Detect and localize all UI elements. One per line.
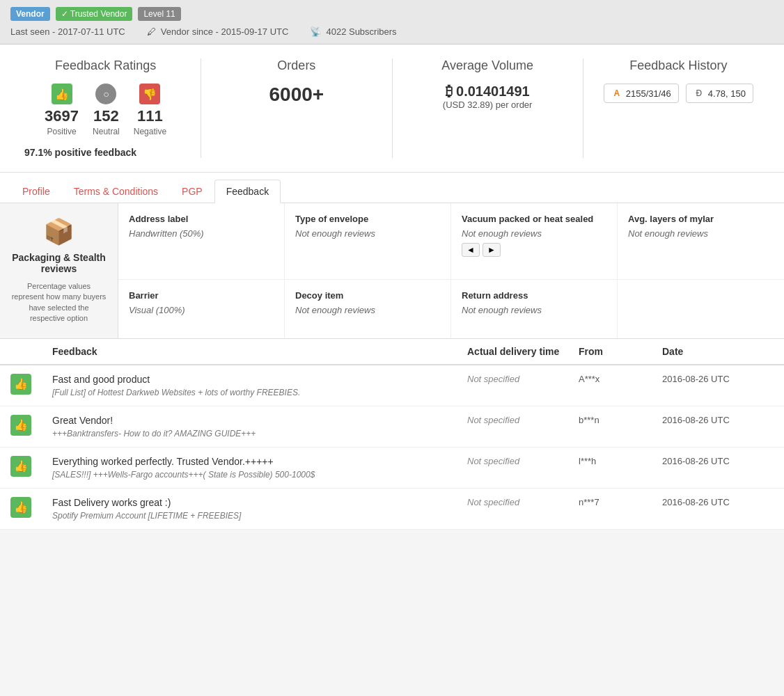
vendor-since: Vendor since - 2015-09-17 UTC — [161, 26, 289, 37]
feedback-text-2: Great Vendor! — [52, 415, 467, 426]
pkg-cell-address-label-val: Handwritten (50%) — [129, 228, 274, 239]
col-header-date: Date — [662, 346, 774, 357]
feedback-ratings-col: Feedback Ratings 👍 3697 Positive ○ 152 N… — [10, 58, 201, 158]
ratings-row: 👍 3697 Positive ○ 152 Neutral 👎 111 Nega… — [21, 84, 190, 136]
feedback-ratings-title: Feedback Ratings — [21, 58, 190, 73]
feedback-row: 👍 Great Vendor! +++Banktransfers- How to… — [0, 406, 784, 448]
avg-volume-col: Average Volume ₿ 0.01401491 (USD 32.89) … — [393, 58, 583, 158]
usd-value: (USD 32.89) per order — [403, 100, 572, 110]
feedback-text-3: Everything worked perfectly. Trusted Ven… — [52, 456, 467, 467]
last-seen: Last seen - 2017-07-11 UTC — [10, 26, 125, 37]
feedback-subtext-1: [Full List] of Hottest Darkweb Websites … — [52, 388, 467, 397]
fh-badge-1-text: 2155/31/46 — [626, 88, 671, 99]
thumbs-up-icon-row1: 👍 — [10, 374, 31, 395]
pkg-cell-vacuum-title: Vacuum packed or heat sealed — [462, 214, 606, 224]
thumbs-down-icon: 👎 — [139, 84, 160, 104]
neutral-rating: ○ 152 Neutral — [93, 84, 120, 136]
col-date-2: 2016-08-26 UTC — [662, 415, 774, 425]
feedback-row: 👍 Fast and good product [Full List] of H… — [0, 365, 784, 406]
tabs-row: Profile Terms & Conditions PGP Feedback — [10, 180, 774, 203]
thumbs-up-icon: 👍 — [52, 84, 72, 104]
pkg-cell-envelope-val: Not enough reviews — [295, 228, 440, 239]
packaging-title: Packaging & Stealth reviews — [10, 252, 107, 274]
vendor-info: Last seen - 2017-07-11 UTC 🖊 Vendor sinc… — [10, 26, 774, 37]
feedback-history-col: Feedback History A 2155/31/46 Đ 4.78, 15… — [583, 58, 774, 158]
col-from-3: l***h — [579, 456, 662, 466]
pkg-cell-vacuum: Vacuum packed or heat sealed Not enough … — [451, 203, 618, 280]
feedback-row: 👍 Everything worked perfectly. Trusted V… — [0, 448, 784, 489]
tab-profile[interactable]: Profile — [10, 180, 62, 203]
col-date-4: 2016-08-26 UTC — [662, 497, 774, 507]
col-delivery-2: Not specified — [467, 415, 579, 425]
thumbs-up-icon-row2: 👍 — [10, 415, 31, 436]
package-icon: 📦 — [10, 217, 107, 246]
pkg-nav-buttons: ◄ ► — [462, 243, 606, 257]
col-delivery-1: Not specified — [467, 374, 579, 384]
col-from-4: n***7 — [579, 497, 662, 507]
fh-badge-2: Đ 4.78, 150 — [686, 84, 753, 103]
col-from-2: b***n — [579, 415, 662, 425]
tab-terms[interactable]: Terms & Conditions — [62, 180, 170, 203]
col-header-feedback: Feedback — [52, 346, 467, 357]
avg-volume-title: Average Volume — [403, 58, 572, 73]
pkg-cell-decoy: Decoy item Not enough reviews — [285, 280, 451, 338]
pkg-nav-prev[interactable]: ◄ — [462, 243, 480, 257]
feedback-text-col-1: Fast and good product [Full List] of Hot… — [52, 374, 467, 397]
positive-percentage: 97.1% positive feedback — [21, 147, 190, 158]
pkg-cell-barrier: Barrier Visual (100%) — [118, 280, 285, 338]
vendor-badge: Vendor — [10, 7, 50, 21]
pkg-cell-decoy-title: Decoy item — [295, 290, 440, 301]
neutral-count: 152 — [93, 107, 120, 125]
col-delivery-4: Not specified — [467, 497, 579, 507]
neutral-icon: ○ — [95, 84, 116, 104]
feedback-history-title: Feedback History — [594, 58, 763, 73]
packaging-section: 📦 Packaging & Stealth reviews Percentage… — [0, 203, 784, 339]
pkg-cell-envelope: Type of envelope Not enough reviews — [285, 203, 451, 280]
neutral-label: Neutral — [93, 127, 120, 136]
feedback-subtext-2: +++Banktransfers- How to do it? AMAZING … — [52, 429, 467, 438]
pkg-cell-return-val: Not enough reviews — [462, 305, 606, 315]
pkg-cell-empty — [618, 280, 784, 338]
feedback-history-badges: A 2155/31/46 Đ 4.78, 150 — [594, 84, 763, 103]
badges-row: Vendor ✓ Trusted Vendor Level 11 — [10, 7, 774, 21]
orders-col: Orders 6000+ — [201, 58, 392, 158]
subscribers: 4022 Subscribers — [326, 26, 396, 37]
feedback-table-header: Feedback Actual delivery time From Date — [0, 339, 784, 365]
col-header-from: From — [579, 346, 662, 357]
feedback-text-4: Fast Delivery works great :) — [52, 497, 467, 508]
tab-pgp[interactable]: PGP — [170, 180, 214, 203]
col-date-3: 2016-08-26 UTC — [662, 456, 774, 466]
pkg-cell-barrier-val: Visual (100%) — [129, 305, 274, 315]
level-badge: Level 11 — [138, 7, 180, 21]
feedback-row: 👍 Fast Delivery works great :) Spotify P… — [0, 489, 784, 530]
btc-value: ₿ 0.01401491 — [403, 84, 572, 100]
feedback-table: Feedback Actual delivery time From Date … — [0, 339, 784, 530]
pkg-cell-mylar-title: Avg. layers of mylar — [628, 214, 774, 224]
orders-value: 6000+ — [212, 84, 381, 106]
col-header-icon — [10, 346, 52, 357]
packaging-sidebar: 📦 Packaging & Stealth reviews Percentage… — [0, 203, 118, 338]
negative-rating: 👎 111 Negative — [134, 84, 166, 136]
positive-rating: 👍 3697 Positive — [45, 84, 79, 136]
pkg-cell-return: Return address Not enough reviews — [451, 280, 618, 338]
tab-feedback[interactable]: Feedback — [214, 180, 281, 203]
stats-section: Feedback Ratings 👍 3697 Positive ○ 152 N… — [0, 45, 784, 173]
fh-badge-1: A 2155/31/46 — [604, 84, 679, 103]
pkg-cell-mylar: Avg. layers of mylar Not enough reviews — [618, 203, 784, 280]
pkg-cell-mylar-val: Not enough reviews — [628, 228, 774, 239]
pkg-cell-barrier-title: Barrier — [129, 290, 274, 301]
fh-badge-1-icon: A — [611, 88, 622, 99]
positive-label: Positive — [47, 127, 77, 136]
trusted-badge: ✓ Trusted Vendor — [56, 7, 133, 21]
positive-count: 3697 — [45, 107, 79, 125]
feedback-text-col-4: Fast Delivery works great :) Spotify Pre… — [52, 497, 467, 521]
col-header-delivery: Actual delivery time — [467, 346, 579, 357]
pkg-nav-next[interactable]: ► — [483, 243, 501, 257]
pkg-cell-envelope-title: Type of envelope — [295, 214, 440, 224]
pkg-cell-return-title: Return address — [462, 290, 606, 301]
pkg-cell-vacuum-val: Not enough reviews — [462, 228, 606, 239]
col-date-1: 2016-08-26 UTC — [662, 374, 774, 384]
col-from-1: A***x — [579, 374, 662, 384]
negative-label: Negative — [134, 127, 166, 136]
packaging-description: Percentage values represent how many buy… — [10, 281, 107, 324]
